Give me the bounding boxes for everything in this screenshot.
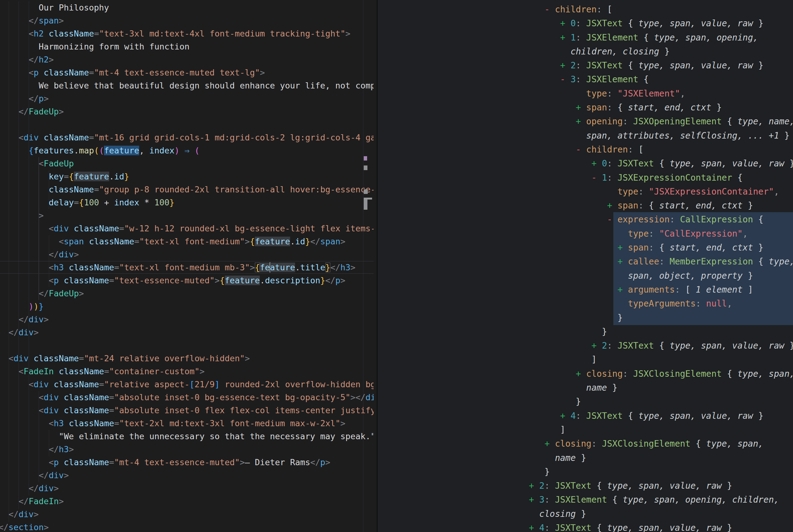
code-line[interactable]: </p> <box>0 92 374 105</box>
code-line[interactable]: </span> <box>0 14 374 27</box>
code-line[interactable]: "We eliminate the unnecessary so that th… <box>0 430 374 443</box>
expand-toggle-icon[interactable]: + <box>529 495 539 505</box>
ast-tree-row[interactable]: + 2: JSXText { type, span, value, raw } <box>378 339 793 353</box>
ast-tree-row[interactable]: - children: [ <box>378 2 793 16</box>
ast-tree-row[interactable]: name } <box>378 451 793 465</box>
code-line[interactable]: </div> <box>0 508 374 521</box>
ast-tree-row[interactable]: span, object, property } <box>378 269 793 283</box>
code-line[interactable]: Our Philosophy <box>0 1 374 14</box>
ast-tree-row[interactable]: + opening: JSXOpeningElement { type, nam… <box>378 114 793 128</box>
code-line[interactable]: <FadeIn className="container-custom"> <box>0 365 374 378</box>
ast-tree-row[interactable]: + 2: JSXText { type, span, value, raw } <box>378 58 793 72</box>
ast-tree-row[interactable]: + 1: JSXElement { type, span, opening, <box>378 31 793 44</box>
code-line[interactable]: </FadeUp> <box>0 105 374 118</box>
code-line[interactable]: <span className="text-xl font-medium">{f… <box>0 235 374 248</box>
code-line[interactable]: </section> <box>0 521 374 532</box>
ast-tree-row[interactable]: } <box>378 325 793 339</box>
code-line[interactable]: </div> <box>0 326 374 339</box>
code-line[interactable]: ))} <box>0 300 374 313</box>
collapse-toggle-icon[interactable]: - <box>560 74 570 84</box>
expand-toggle-icon[interactable]: + <box>560 60 570 71</box>
code-line[interactable]: <h3 className="text-xl font-medium mb-3"… <box>0 261 374 274</box>
code-area[interactable]: Our Philosophy </span> <h2 className="te… <box>0 1 374 532</box>
ast-tree-row[interactable]: - children: [ <box>378 142 793 156</box>
expand-toggle-icon[interactable]: + <box>591 341 602 351</box>
expand-toggle-icon[interactable]: + <box>560 33 570 43</box>
expand-toggle-icon[interactable]: + <box>617 256 628 267</box>
ast-tree-row[interactable]: ] <box>378 423 793 437</box>
ast-tree-row[interactable]: closing } <box>378 507 793 521</box>
code-line[interactable]: className="group p-8 rounded-2xl transit… <box>0 183 374 196</box>
ast-tree-row[interactable]: } <box>378 395 793 408</box>
ast-tree-row[interactable]: + 2: JSXText { type, span, value, raw } <box>378 479 793 493</box>
ast-tree-row[interactable]: + 3: JSXElement { type, span, opening, c… <box>378 493 793 507</box>
code-line[interactable]: <p className="mt-4 text-essence-muted">–… <box>0 456 374 469</box>
collapse-toggle-icon[interactable]: - <box>607 214 618 225</box>
ast-tree-row[interactable]: type: "JSXElement", <box>378 87 793 100</box>
code-line[interactable]: <div className="mt-16 grid grid-cols-1 m… <box>0 131 374 144</box>
code-line[interactable]: We believe that beautiful design should … <box>0 79 374 92</box>
ast-tree-row[interactable]: + 0: JSXText { type, span, value, raw } <box>378 156 793 170</box>
collapse-toggle-icon[interactable]: - <box>544 4 555 15</box>
expand-toggle-icon[interactable]: + <box>617 285 628 295</box>
ast-tree-row[interactable]: type: "JSXExpressionContainer", <box>378 185 793 198</box>
expand-toggle-icon[interactable]: + <box>617 243 628 253</box>
code-line[interactable]: key={feature.id} <box>0 170 374 183</box>
code-editor-pane[interactable]: Our Philosophy </span> <h2 className="te… <box>0 0 377 532</box>
ast-tree-row[interactable]: + 4: JSXText { type, span, value, raw } <box>378 409 793 423</box>
expand-toggle-icon[interactable]: + <box>529 481 539 491</box>
ast-tree-row[interactable]: + arguments: [ 1 element ] <box>378 283 793 297</box>
code-line[interactable]: <div className="absolute inset-0 bg-esse… <box>0 391 374 404</box>
ast-tree-row[interactable]: + callee: MemberExpression { type, <box>378 254 793 268</box>
code-line[interactable] <box>0 118 374 131</box>
expand-toggle-icon[interactable]: + <box>607 201 618 211</box>
expand-toggle-icon[interactable]: + <box>529 523 539 532</box>
code-line[interactable]: <p className="text-essence-muted">{featu… <box>0 274 374 287</box>
code-line[interactable]: <div className="w-12 h-12 rounded-xl bg-… <box>0 222 374 235</box>
code-line[interactable]: </div> <box>0 248 374 261</box>
ast-tree-row[interactable]: name } <box>378 381 793 395</box>
expand-toggle-icon[interactable]: + <box>544 439 555 449</box>
ast-tree-row[interactable]: ] <box>378 353 793 366</box>
code-line[interactable]: </div> <box>0 313 374 326</box>
collapse-toggle-icon[interactable]: - <box>576 145 586 155</box>
expand-toggle-icon[interactable]: + <box>576 102 586 113</box>
code-line[interactable] <box>0 339 374 352</box>
code-line[interactable]: <h2 className="text-3xl md:text-4xl font… <box>0 27 374 40</box>
code-line[interactable]: <div className="mt-24 relative overflow-… <box>0 352 374 365</box>
ast-tree[interactable]: - children: [ + 0: JSXText { type, span,… <box>378 2 793 532</box>
ast-tree-row[interactable]: } <box>378 311 793 325</box>
code-line[interactable]: <div className="absolute inset-0 flex fl… <box>0 404 374 417</box>
ast-tree-row[interactable]: + closing: JSXClosingElement { type, spa… <box>378 437 793 451</box>
code-line[interactable]: </FadeIn> <box>0 495 374 508</box>
code-line[interactable]: </div> <box>0 469 374 482</box>
expand-toggle-icon[interactable]: + <box>560 18 570 28</box>
ast-tree-row[interactable]: + 0: JSXText { type, span, value, raw } <box>378 16 793 30</box>
ast-tree-row[interactable]: - 1: JSXExpressionContainer { <box>378 171 793 185</box>
ast-tree-row[interactable]: typeArguments: null, <box>378 297 793 310</box>
ast-tree-row[interactable]: children, closing } <box>378 44 793 58</box>
ast-tree-row[interactable]: - 3: JSXElement { <box>378 72 793 86</box>
code-line[interactable]: </h2> <box>0 53 374 66</box>
code-line[interactable]: <h3 className="text-2xl md:text-3xl font… <box>0 417 374 430</box>
code-line[interactable]: delay={100 + index * 100} <box>0 196 374 209</box>
ast-tree-row[interactable]: } <box>378 465 793 479</box>
ast-tree-row[interactable]: + 4: JSXText { type, span, value, raw } <box>378 521 793 532</box>
ast-tree-row[interactable]: + span: { start, end, ctxt } <box>378 100 793 114</box>
code-line[interactable]: </FadeUp> <box>0 287 374 300</box>
code-line[interactable]: <p className="mt-4 text-essence-muted te… <box>0 66 374 79</box>
ast-tree-row[interactable]: + span: { start, end, ctxt } <box>378 198 793 212</box>
ast-tree-row[interactable]: type: "CallExpression", <box>378 227 793 241</box>
code-line[interactable]: <FadeUp <box>0 157 374 170</box>
code-line[interactable]: </div> <box>0 482 374 495</box>
ast-tree-pane[interactable]: - children: [ + 0: JSXText { type, span,… <box>378 0 793 532</box>
expand-toggle-icon[interactable]: + <box>576 369 586 379</box>
ast-tree-row[interactable]: - expression: CallExpression { <box>378 212 793 226</box>
expand-toggle-icon[interactable]: + <box>560 411 570 421</box>
expand-toggle-icon[interactable]: + <box>576 116 586 127</box>
scrollbar-thumb[interactable] <box>364 200 367 210</box>
code-line[interactable]: <div className="relative aspect-[21/9] r… <box>0 378 374 391</box>
code-line[interactable]: </h3> <box>0 443 374 456</box>
code-line[interactable]: Harmonizing form with function <box>0 40 374 53</box>
ast-tree-row[interactable]: span, attributes, selfClosing, ... +1 } <box>378 129 793 142</box>
